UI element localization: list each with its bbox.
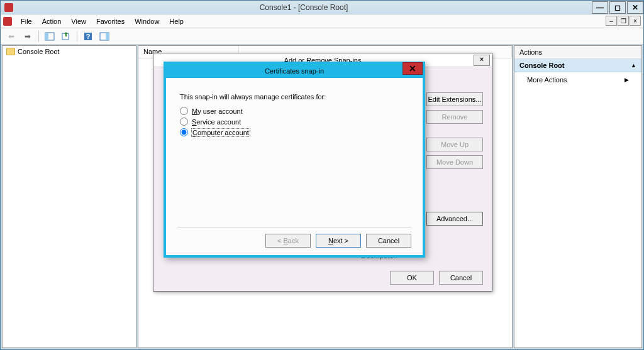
snapin-cancel-button[interactable]: Cancel (439, 271, 483, 285)
forward-button[interactable]: ➡ (21, 30, 35, 43)
actions-header: Actions (514, 46, 641, 59)
certificates-snapin-dialog: Certificates snap-in ✕ This snap-in will… (164, 62, 425, 258)
menu-action[interactable]: Action (37, 16, 67, 26)
svg-rect-1 (45, 33, 48, 40)
actions-more-actions[interactable]: More Actions ▶ (514, 72, 641, 87)
move-down-button[interactable]: Move Down (426, 155, 483, 169)
console-tree-pane[interactable]: Console Root (2, 45, 136, 348)
radio-input-service[interactable] (180, 118, 188, 126)
menu-help[interactable]: Help (164, 16, 189, 26)
tree-root-label: Console Root (18, 48, 60, 55)
actions-group-label: Console Root (519, 62, 565, 69)
actions-group-console-root[interactable]: Console Root ▲ (514, 59, 641, 72)
radio-computer-account[interactable]: Computer account (180, 128, 409, 136)
snapin-close-button[interactable]: × (474, 55, 490, 66)
cert-prompt: This snap-in will always manage certific… (180, 93, 409, 101)
spacer (426, 128, 483, 134)
menu-bar: File Action View Favorites Window Help –… (1, 14, 643, 28)
chevron-right-icon: ▶ (625, 77, 629, 83)
radio-service-account[interactable]: Service account (180, 118, 409, 126)
show-hide-tree-button[interactable] (43, 30, 57, 43)
advanced-button[interactable]: Advanced... (426, 212, 483, 226)
toolbar-separator (38, 31, 39, 42)
move-up-button[interactable]: Move Up (426, 138, 483, 151)
snapin-side-buttons: Edit Extensions... Remove Move Up Move D… (426, 92, 483, 169)
radio-input-user[interactable] (180, 107, 188, 115)
actions-pane: Actions Console Root ▲ More Actions ▶ (514, 45, 642, 348)
radio-input-computer[interactable] (180, 128, 188, 136)
export-list-button[interactable] (59, 30, 73, 43)
svg-text:?: ? (86, 33, 91, 40)
cert-title-bar[interactable]: Certificates snap-in ✕ (166, 64, 423, 78)
cert-next-button[interactable]: Next > (316, 234, 361, 248)
mdi-controls: – ❐ × (605, 16, 641, 26)
actions-more-label: More Actions (527, 76, 567, 84)
mdi-close[interactable]: × (630, 16, 641, 26)
cert-cancel-button[interactable]: Cancel (366, 234, 411, 248)
radio-label-user: My user account (192, 107, 243, 115)
cert-separator (177, 227, 411, 227)
menu-file[interactable]: File (16, 16, 37, 26)
svg-rect-6 (106, 33, 109, 40)
radio-my-user-account[interactable]: My user account (180, 107, 409, 115)
radio-label-service: Service account (192, 118, 241, 126)
snapin-bottom-buttons: OK Cancel (390, 271, 483, 285)
collapse-icon: ▲ (631, 62, 636, 68)
mdi-restore[interactable]: ❐ (618, 16, 629, 26)
help-button[interactable]: ? (81, 30, 95, 43)
cert-title-text: Certificates snap-in (265, 67, 324, 75)
snapin-ok-button[interactable]: OK (390, 271, 434, 285)
cert-wizard-buttons: < Back Next > Cancel (265, 234, 411, 248)
mdi-minimize[interactable]: – (606, 16, 617, 26)
toolbar: ⬅ ➡ ? (1, 28, 643, 45)
cert-back-button[interactable]: < Back (265, 234, 311, 248)
toolbar-separator-2 (77, 31, 77, 42)
minimize-button[interactable]: — (592, 1, 608, 14)
window-title: Console1 - [Console Root] (17, 3, 591, 12)
menu-favorites[interactable]: Favorites (91, 16, 130, 26)
folder-icon (6, 48, 15, 55)
close-window-button[interactable]: ✕ (627, 1, 643, 14)
radio-label-computer: Computer account (192, 129, 250, 136)
cert-close-button[interactable]: ✕ (402, 62, 423, 75)
window-controls: — ◻ ✕ (591, 1, 643, 14)
menu-window[interactable]: Window (130, 16, 164, 26)
mmc-app-icon (4, 3, 13, 12)
cert-body: This snap-in will always manage certific… (166, 78, 423, 255)
menu-view[interactable]: View (66, 16, 91, 26)
back-button[interactable]: ⬅ (4, 30, 18, 43)
show-hide-action-pane-button[interactable] (97, 30, 111, 43)
mmc-doc-icon (3, 17, 12, 26)
edit-extensions-button[interactable]: Edit Extensions... (426, 92, 483, 106)
tree-root-item[interactable]: Console Root (3, 46, 136, 57)
main-title-bar: Console1 - [Console Root] — ◻ ✕ (1, 1, 643, 14)
remove-snapin-button[interactable]: Remove (426, 110, 483, 124)
maximize-button[interactable]: ◻ (609, 1, 626, 14)
